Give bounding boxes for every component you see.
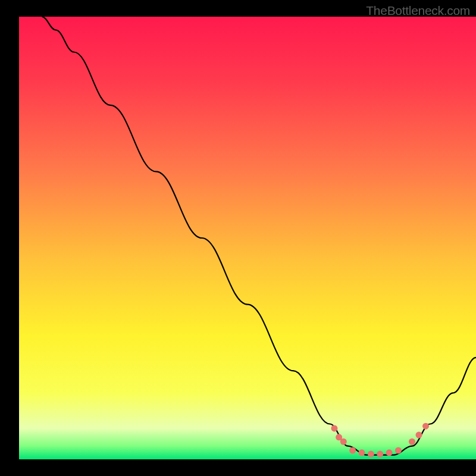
bottleneck-chart: TheBottleneck.com bbox=[0, 0, 476, 476]
marker-dot bbox=[416, 432, 422, 439]
marker-dot bbox=[331, 425, 337, 431]
marker-dot bbox=[340, 439, 347, 445]
chart-svg bbox=[0, 0, 476, 476]
marker-dot bbox=[395, 447, 402, 454]
plot-background bbox=[19, 17, 476, 459]
marker-dot bbox=[409, 439, 415, 445]
marker-dot bbox=[386, 449, 393, 456]
marker-dot bbox=[349, 447, 356, 454]
marker-dot bbox=[368, 451, 374, 458]
marker-dot bbox=[359, 449, 365, 456]
marker-dot bbox=[422, 423, 429, 430]
marker-dot bbox=[377, 451, 383, 458]
watermark-text: TheBottleneck.com bbox=[366, 4, 470, 18]
